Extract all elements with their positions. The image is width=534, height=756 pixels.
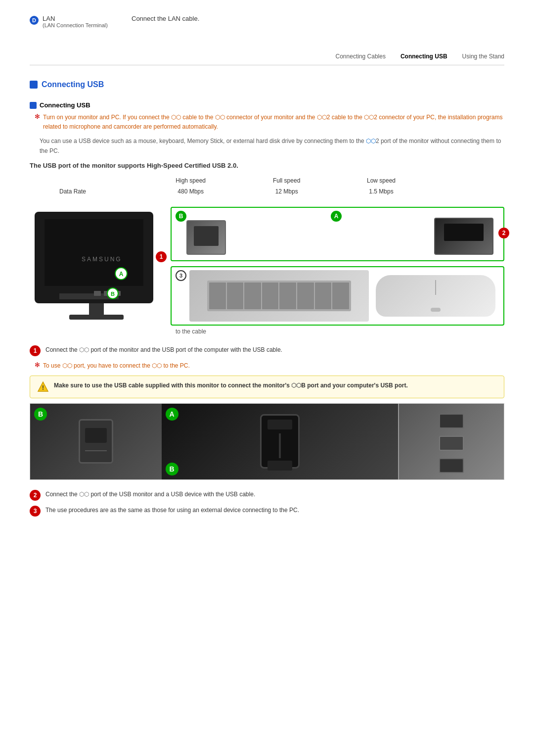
note-text-step1: To use ⬡⬡ port, you have to connect the … <box>43 361 190 371</box>
col-label <box>49 175 141 186</box>
b-badge-photo: B <box>34 408 47 421</box>
num-badge-1: 1 <box>156 251 167 262</box>
col-low: Low speed <box>333 175 429 186</box>
b-badge-cable: B <box>166 463 178 475</box>
svg-rect-7 <box>89 303 104 316</box>
num-badge-2: 2 <box>498 228 509 238</box>
data-rate-high: 480 Mbps <box>141 186 240 197</box>
device-box: 3 <box>171 266 504 326</box>
keyboard-img <box>189 270 369 322</box>
warning-text: Make sure to use the USB cable supplied … <box>54 381 408 390</box>
subsection-title: Connecting USB <box>40 101 90 109</box>
monitor-back-container: SAMSUNG A B <box>30 207 163 335</box>
usb-sym-note: ⬡⬡ <box>62 362 72 369</box>
note-row-step1: ✻ To use ⬡⬡ port, you have to connect th… <box>35 361 504 371</box>
speed-table: High speed Full speed Low speed Data Rat… <box>49 175 429 197</box>
step-3-text: The use procedures are as the same as th… <box>45 506 299 515</box>
connector-box-top: B A 2 <box>171 207 504 261</box>
subsection-icon <box>30 102 37 109</box>
svg-rect-8 <box>69 315 124 320</box>
port-visual-1 <box>439 414 464 428</box>
data-rate-label: Data Rate <box>49 186 141 197</box>
b-badge-top: B <box>176 211 186 222</box>
col-high: High speed <box>141 175 240 186</box>
a-badge-cable: A <box>166 408 178 421</box>
usb-bold-note: The USB port of the monitor supports Hig… <box>30 162 504 169</box>
usb-sym-warn: ⬡⬡ <box>291 382 301 389</box>
nav-tabs: Connecting Cables Connecting USB Using t… <box>30 53 504 65</box>
lan-sublabel: (LAN Connection Terminal) <box>43 22 122 28</box>
step-1-row: 1 Connect the ⬡⬡ port of the monitor and… <box>30 345 504 356</box>
note-row-1: ✻ Turn on your monitor and PC. If you co… <box>35 113 504 132</box>
usb-sym-step1a: ⬡⬡ <box>79 346 89 353</box>
svg-rect-1 <box>44 219 143 286</box>
usb-a-connector <box>434 218 493 255</box>
to-cable-text: to the cable <box>171 328 504 335</box>
mouse-img <box>376 275 495 317</box>
usb-b-shape <box>79 419 113 464</box>
lan-section: D LAN (LAN Connection Terminal) Connect … <box>30 15 504 38</box>
note-star-step1: ✻ <box>35 361 40 369</box>
tab-using-stand[interactable]: Using the Stand <box>462 53 504 62</box>
usb-b-connector <box>186 220 226 255</box>
info-box: You can use a USB device such as a mouse… <box>40 137 504 155</box>
photo-cable-section: A B <box>162 404 398 479</box>
note-star-1: ✻ <box>35 113 40 120</box>
lan-label: LAN <box>43 15 122 22</box>
monitor-back-svg: SAMSUNG A B <box>30 207 163 335</box>
svg-text:!: ! <box>42 384 44 391</box>
svg-text:A: A <box>119 271 124 278</box>
section-title: Connecting USB <box>42 80 104 89</box>
svg-text:SAMSUNG: SAMSUNG <box>82 256 122 263</box>
step-2-row: 2 Connect the ⬡⬡ port of the USB monitor… <box>30 490 504 501</box>
data-rate-low: 1.5 Mbps <box>333 186 429 197</box>
svg-rect-4 <box>94 291 101 296</box>
step-1-text: Connect the ⬡⬡ port of the monitor and t… <box>45 345 282 355</box>
cable-visual <box>260 414 300 469</box>
step-2-badge: 2 <box>30 490 41 501</box>
tab-connecting-cables[interactable]: Connecting Cables <box>336 53 386 62</box>
data-rate-full: 12 Mbps <box>240 186 333 197</box>
col-full: Full speed <box>240 175 333 186</box>
step-1-badge: 1 <box>30 345 41 356</box>
warning-icon: ! <box>37 381 49 393</box>
right-diagram: B A 2 1 3 <box>171 207 504 335</box>
a-badge-top: A <box>331 211 342 222</box>
section-header: Connecting USB <box>30 80 504 89</box>
step-2-text: Connect the ⬡⬡ port of the USB monitor a… <box>45 490 255 499</box>
usb-sym-note2: ⬡⬡ <box>152 362 162 369</box>
lan-icon: D <box>30 16 39 25</box>
lan-label-group: LAN (LAN Connection Terminal) <box>43 15 122 28</box>
table-row: Data Rate 480 Mbps 12 Mbps 1.5 Mbps <box>49 186 429 197</box>
port-visual-2 <box>439 436 464 451</box>
svg-text:B: B <box>111 291 115 297</box>
subsection-header: Connecting USB <box>30 101 504 109</box>
diagram-main: SAMSUNG A B <box>30 207 504 335</box>
page-container: D LAN (LAN Connection Terminal) Connect … <box>0 0 534 536</box>
num-badge-3-inner: 3 <box>176 270 186 281</box>
photo-b-section: B <box>30 404 162 479</box>
photo-ports-section <box>398 404 504 479</box>
table-header-row: High speed Full speed Low speed <box>49 175 429 186</box>
step-3-badge: 3 <box>30 506 41 517</box>
note-text-1: Turn on your monitor and PC. If you conn… <box>43 113 504 132</box>
warning-box: ! Make sure to use the USB cable supplie… <box>30 376 504 398</box>
usb-sym-info: ⬡⬡ <box>366 138 376 144</box>
usb-sym-step2: ⬡⬡ <box>79 491 89 498</box>
section-icon <box>30 81 38 89</box>
lan-description: Connect the LAN cable. <box>132 15 199 22</box>
cable-photos-row: B A B <box>30 403 504 480</box>
step-3-row: 3 The use procedures are as the same as … <box>30 506 504 517</box>
tab-connecting-usb[interactable]: Connecting USB <box>400 53 447 62</box>
port-visual-3 <box>439 458 464 473</box>
